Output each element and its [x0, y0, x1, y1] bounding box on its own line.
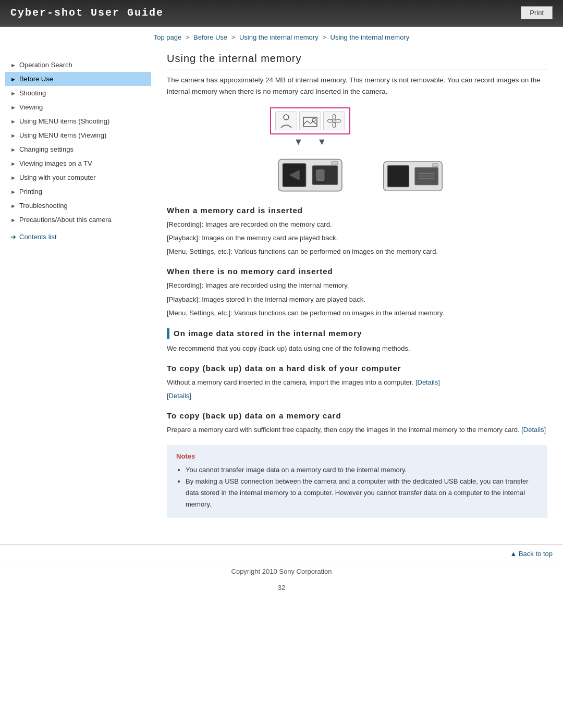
intro-text: The camera has approximately 24 MB of in…	[167, 75, 547, 97]
section-header-copy-card: To copy (back up) data on a memory card	[167, 411, 547, 420]
content-area: Using the internal memory The camera has…	[151, 53, 563, 528]
arrow-right-icon: ➔	[10, 233, 16, 241]
svg-point-5	[333, 122, 336, 128]
chevron-right-icon: ►	[10, 203, 16, 209]
chevron-right-icon: ►	[10, 104, 16, 110]
thumb-person	[275, 112, 297, 130]
arrow-down-icon: ▼	[317, 137, 327, 147]
arrows-down: ▼ ▼	[276, 135, 344, 149]
chevron-right-icon: ►	[10, 62, 16, 68]
breadcrumb-internal-memory-2[interactable]: Using the internal memory	[331, 33, 410, 41]
sidebar-item-changing-settings[interactable]: ► Changing settings	[5, 142, 151, 156]
chevron-right-icon: ►	[10, 132, 16, 139]
no-card-line2: [Playback]: Images stored in the interna…	[167, 294, 547, 305]
svg-rect-13	[332, 162, 338, 165]
svg-rect-20	[433, 164, 438, 167]
chevron-right-icon: ►	[10, 189, 16, 195]
print-button[interactable]: Print	[521, 6, 553, 19]
svg-point-4	[333, 114, 336, 119]
page-number: 32	[0, 579, 563, 600]
breadcrumb: Top page > Before Use > Using the intern…	[0, 27, 563, 47]
notes-title: Notes	[176, 452, 538, 460]
sidebar-item-printing[interactable]: ► Printing	[5, 184, 151, 199]
section-header-no-card: When there is no memory card inserted	[167, 267, 547, 276]
chevron-right-icon: ►	[10, 217, 16, 223]
no-card-line3: [Menu, Settings, etc.]: Various function…	[167, 307, 547, 319]
copy-card-details-link[interactable]: [Details]	[521, 426, 546, 434]
arrow-down-icon: ▼	[294, 137, 303, 147]
copy-hdd-details-2: [Details]	[167, 390, 547, 402]
card-inserted-line3: [Menu, Settings, etc.]: Various function…	[167, 246, 547, 257]
notes-item-1: You cannot transfer image data on a memo…	[186, 464, 538, 476]
camera-without-card	[382, 127, 444, 195]
svg-point-2	[312, 118, 315, 121]
chevron-right-icon: ►	[10, 175, 16, 181]
sidebar-item-shooting[interactable]: ► Shooting	[5, 86, 151, 100]
section-header-image-data: On image data stored in the internal mem…	[167, 328, 547, 339]
thumb-landscape	[299, 112, 321, 130]
chevron-right-icon: ►	[10, 161, 16, 167]
sidebar-item-computer[interactable]: ► Using with your computer	[5, 170, 151, 184]
sidebar-item-precautions[interactable]: ► Precautions/About this camera	[5, 213, 151, 227]
copy-hdd-details-link-1[interactable]: [Details]	[415, 378, 440, 386]
copy-hdd-text: Without a memory card inserted in the ca…	[167, 377, 547, 388]
header: Cyber-shot User Guide Print	[0, 0, 563, 27]
section-header-card-inserted: When a memory card is inserted	[167, 206, 547, 215]
back-to-top-link[interactable]: ▲ Back to top	[510, 550, 553, 558]
sidebar-item-menu-viewing[interactable]: ► Using MENU items (Viewing)	[5, 128, 151, 142]
camera-body-left	[276, 149, 344, 195]
copy-hdd-details-link-2[interactable]: [Details]	[167, 392, 191, 400]
camera-with-images: ▼ ▼	[270, 107, 350, 195]
sidebar-item-before-use[interactable]: ► Before Use	[5, 72, 151, 86]
svg-rect-15	[387, 166, 409, 187]
chevron-right-icon: ►	[10, 118, 16, 125]
notes-item-2: By making a USB connection between the c…	[186, 476, 538, 510]
svg-rect-11	[312, 166, 338, 185]
breadcrumb-top[interactable]: Top page	[154, 33, 182, 41]
sidebar-item-menu-shooting[interactable]: ► Using MENU items (Shooting)	[5, 114, 151, 128]
card-inserted-line2: [Playback]: Images on the memory card ar…	[167, 232, 547, 244]
chevron-right-icon: ►	[10, 90, 16, 96]
copy-card-text: Prepare a memory card with sufficient fr…	[167, 424, 547, 436]
breadcrumb-internal-memory-1[interactable]: Using the internal memory	[239, 33, 319, 41]
image-data-intro: We recommend that you copy (back up) dat…	[167, 343, 547, 354]
page-title: Using the internal memory	[167, 53, 547, 69]
thumb-flower	[323, 112, 345, 130]
app-title: Cyber-shot User Guide	[10, 7, 164, 19]
card-inserted-line1: [Recording]: Images are recorded on the …	[167, 219, 547, 230]
section-header-copy-hdd: To copy (back up) data on a hard disk of…	[167, 364, 547, 373]
svg-point-7	[336, 119, 341, 122]
svg-point-6	[327, 119, 333, 122]
sidebar-item-viewing-tv[interactable]: ► Viewing images on a TV	[5, 156, 151, 170]
sidebar-item-operation-search[interactable]: ► Operation Search	[5, 58, 151, 72]
image-thumbnails	[270, 107, 350, 134]
svg-rect-12	[316, 170, 324, 180]
chevron-right-icon: ►	[10, 146, 16, 153]
main-layout: ► Operation Search ► Before Use ► Shooti…	[0, 47, 563, 534]
chevron-right-icon: ►	[10, 76, 16, 82]
breadcrumb-before-use[interactable]: Before Use	[193, 33, 227, 41]
notes-list: You cannot transfer image data on a memo…	[176, 464, 538, 510]
sidebar-item-troubleshooting[interactable]: ► Troubleshooting	[5, 199, 151, 213]
footer-copyright: Copyright 2010 Sony Corporation	[0, 563, 563, 579]
svg-point-0	[284, 115, 289, 120]
camera-illustration: ▼ ▼	[167, 107, 547, 195]
camera-body-right	[382, 151, 444, 195]
no-card-line1: [Recording]: Images are recorded using t…	[167, 280, 547, 291]
footer-bar: ▲ Back to top	[0, 544, 563, 563]
sidebar: ► Operation Search ► Before Use ► Shooti…	[0, 53, 151, 528]
blue-bar-accent	[167, 328, 169, 339]
sidebar-item-viewing[interactable]: ► Viewing	[5, 100, 151, 114]
contents-list-link[interactable]: ➔ Contents list	[5, 229, 151, 245]
notes-box: Notes You cannot transfer image data on …	[167, 445, 547, 517]
